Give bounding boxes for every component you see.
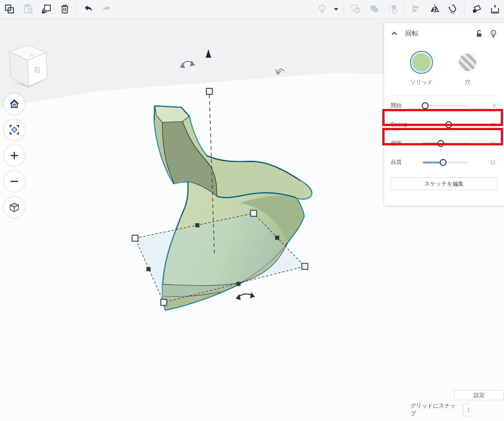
fit-view-icon: [9, 124, 20, 135]
ruler-button[interactable]: [486, 0, 504, 18]
plus-icon: [9, 150, 20, 161]
ungroup-button[interactable]: [383, 0, 402, 18]
merge-button[interactable]: [365, 0, 383, 18]
solid-swatch-circle[interactable]: [411, 52, 432, 72]
duplicate-icon: [41, 4, 52, 14]
slider-row-sides: 側面 50: [384, 134, 504, 153]
show-all-bulb-icon: [317, 4, 327, 14]
merge-shapes-icon: [369, 4, 379, 14]
inspector-panel: 回転 ソリッド 穴 開始 0 Sweep 60 側面: [384, 23, 504, 205]
dropdown-up-caret-icon: ▲: [496, 408, 500, 412]
view-cube[interactable]: ト 右: [6, 42, 52, 92]
slider-value: 50: [468, 141, 498, 146]
slider-value: 0: [468, 103, 498, 108]
undo-button[interactable]: [79, 0, 97, 18]
slider-label: Sweep: [391, 121, 423, 128]
view-cube-front-label: 右: [33, 65, 41, 73]
quality-slider[interactable]: [423, 162, 468, 163]
unlock-icon[interactable]: [474, 29, 484, 38]
align-button[interactable]: [407, 0, 425, 18]
start-slider[interactable]: [423, 105, 468, 107]
collapse-chevron-icon[interactable]: [391, 30, 398, 37]
snap-row: グリッドにスナップ 1.0 mm ▲: [410, 403, 504, 416]
solid-swatch-label: ソリッド: [410, 78, 433, 86]
home-icon: [9, 98, 20, 109]
copy-button[interactable]: [0, 0, 18, 18]
slider-label: 開始: [391, 102, 423, 109]
rotate-handle-left[interactable]: [180, 60, 195, 68]
slider-value: 12: [468, 160, 498, 165]
redo-button[interactable]: [97, 0, 116, 18]
dropdown-caret-icon: [331, 4, 341, 14]
top-toolbar: [0, 0, 504, 18]
settings-button[interactable]: 設定: [454, 390, 504, 400]
flip-mirror-icon: [429, 4, 440, 14]
edit-sketch-button[interactable]: スケッチを編集: [391, 177, 498, 190]
slider-label: 側面: [391, 139, 423, 147]
show-all-button[interactable]: [313, 0, 331, 18]
panel-title: 回転: [405, 30, 474, 38]
solid-swatch[interactable]: ソリッド: [410, 52, 433, 86]
duplicate-button[interactable]: [37, 0, 55, 18]
move-up-cone-handle[interactable]: [206, 49, 211, 58]
delete-button[interactable]: [55, 0, 74, 18]
align-icon: [411, 4, 421, 14]
toolbar-separator: [464, 3, 465, 15]
minus-icon: [9, 176, 20, 187]
slider-row-quality: 品質 12: [384, 153, 504, 172]
group-button[interactable]: [346, 0, 365, 18]
bulb-icon[interactable]: [489, 29, 498, 38]
paste-icon: [23, 4, 33, 14]
workplane-button[interactable]: [467, 0, 486, 18]
paste-button[interactable]: [18, 0, 37, 18]
perspective-toggle-button[interactable]: [4, 197, 24, 217]
panel-header: 回転: [384, 23, 504, 44]
hole-swatch-circle[interactable]: [457, 52, 478, 72]
hole-swatch[interactable]: 穴: [457, 52, 478, 86]
sides-slider[interactable]: [423, 143, 468, 144]
tinkercad-app: ト 右 回転 ソリッド: [0, 0, 504, 421]
slider-label: 品質: [391, 158, 423, 166]
fit-view-button[interactable]: [4, 120, 24, 140]
perspective-cube-icon: [9, 202, 20, 213]
slider-knob[interactable]: [445, 121, 452, 128]
ruler-icon: [490, 4, 500, 14]
slider-row-start: 開始 0: [384, 96, 504, 115]
slider-knob[interactable]: [437, 140, 444, 147]
magnet-button[interactable]: [444, 0, 462, 18]
slider-knob[interactable]: [439, 159, 446, 166]
show-all-dropdown[interactable]: [331, 0, 341, 18]
delete-icon: [59, 4, 70, 14]
rotate-handle-right[interactable]: [276, 69, 284, 74]
ungroup-icon: [387, 4, 398, 14]
toolbar-separator: [404, 3, 404, 15]
slider-value: 60: [468, 122, 498, 127]
redo-icon: [101, 4, 112, 14]
copy-icon: [4, 4, 15, 14]
undo-icon: [83, 4, 94, 14]
toolbar-separator: [344, 3, 344, 15]
hole-swatch-label: 穴: [457, 78, 478, 86]
group-icon: [350, 4, 361, 14]
sweep-slider[interactable]: [423, 124, 468, 126]
material-swatches: ソリッド 穴: [384, 52, 504, 86]
snap-grid-dropdown[interactable]: 1.0 mm ▲: [463, 404, 504, 416]
slider-knob[interactable]: [421, 102, 428, 109]
zoom-in-button[interactable]: [4, 145, 24, 166]
zoom-out-button[interactable]: [4, 171, 24, 192]
snap-grid-value: 1.0 mm: [467, 407, 496, 413]
slider-row-sweep: Sweep 60: [384, 115, 504, 134]
flip-button[interactable]: [425, 0, 444, 18]
snap-to-grid-label: グリッドにスナップ: [410, 402, 459, 418]
home-view-button[interactable]: [4, 94, 24, 114]
magnet-icon: [448, 4, 458, 14]
toolbar-separator: [76, 3, 77, 15]
workplane-icon: [471, 4, 482, 14]
